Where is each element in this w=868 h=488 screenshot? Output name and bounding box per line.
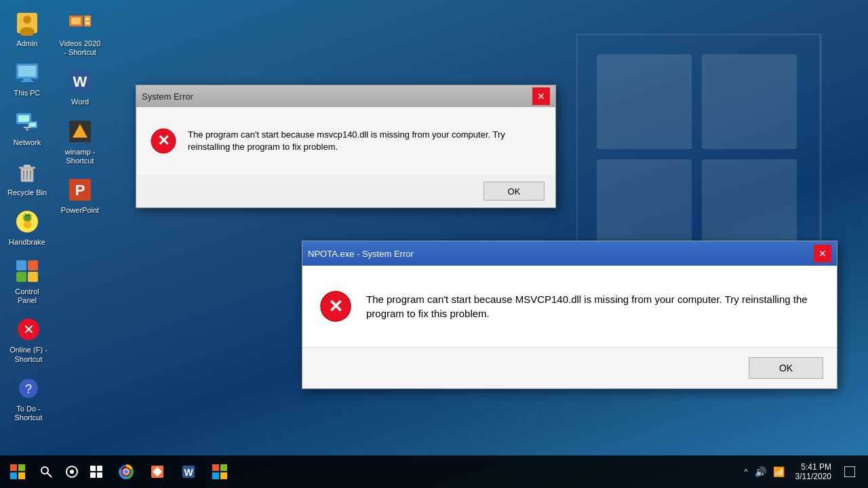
svg-text:🍍: 🍍 bbox=[19, 213, 36, 229]
svg-point-57 bbox=[70, 470, 74, 474]
desktop-icon-this-pc[interactable]: This PC bbox=[3, 55, 52, 102]
svg-rect-39 bbox=[85, 22, 90, 24]
cortana-button[interactable] bbox=[60, 460, 84, 484]
desktop-icon-powerpoint[interactable]: P PowerPoint bbox=[56, 172, 104, 219]
desktop-icon-todo[interactable]: ? To Do - Shortcut bbox=[4, 371, 53, 426]
svg-rect-3 bbox=[702, 159, 797, 254]
task-view-button[interactable] bbox=[84, 460, 108, 484]
taskbar-system-tray: ^ 🔊 📶 5:41 PM 3/11/2020 bbox=[736, 460, 865, 484]
dialog1-ok-button[interactable]: OK bbox=[484, 182, 545, 201]
taskbar-word-app[interactable]: W bbox=[174, 457, 203, 487]
videos-label: Videos 2020 - Shortcut bbox=[58, 39, 102, 57]
control-panel-icon bbox=[14, 258, 41, 285]
network-tray-icon[interactable]: 📶 bbox=[770, 466, 787, 477]
svg-rect-72 bbox=[212, 472, 219, 479]
desktop-icon-admin[interactable]: Admin bbox=[3, 5, 52, 52]
svg-rect-36 bbox=[71, 18, 81, 24]
taskbar-store[interactable] bbox=[205, 457, 235, 487]
svg-rect-70 bbox=[212, 464, 219, 471]
svg-rect-60 bbox=[90, 472, 96, 478]
show-hidden-icons[interactable]: ^ bbox=[741, 468, 750, 476]
desktop-icon-control-panel[interactable]: Control Panel bbox=[3, 253, 52, 309]
clock-time: 5:41 PM bbox=[795, 462, 831, 472]
dialog1-close-button[interactable]: ✕ bbox=[532, 87, 550, 105]
dialog2-titlebar[interactable]: NPOTA.exe - System Error ✕ bbox=[302, 241, 837, 266]
svg-rect-2 bbox=[597, 159, 692, 254]
notification-center-button[interactable] bbox=[840, 460, 860, 484]
dialog1-footer: OK bbox=[136, 175, 555, 207]
svg-rect-37 bbox=[84, 16, 91, 26]
desktop-icon-network[interactable]: Network bbox=[3, 104, 52, 151]
svg-text:?: ? bbox=[25, 382, 32, 396]
svg-rect-28 bbox=[28, 260, 38, 270]
winamp-label: winamp - Shortcut bbox=[58, 148, 102, 165]
desktop-icon-recycle-bin[interactable]: Recycle Bin bbox=[3, 155, 52, 201]
desktop-icon-word[interactable]: W Word bbox=[56, 64, 104, 110]
dialog1-title: System Error bbox=[142, 92, 532, 102]
svg-rect-29 bbox=[16, 272, 26, 282]
admin-icon bbox=[14, 9, 41, 37]
dialog1-content: ✕ The program can't start because msvcp1… bbox=[136, 107, 555, 175]
svg-rect-0 bbox=[597, 54, 692, 149]
svg-rect-18 bbox=[24, 127, 31, 128]
svg-rect-74 bbox=[844, 466, 855, 477]
svg-rect-10 bbox=[18, 66, 36, 77]
desktop-icon-winamp[interactable]: winamp - Shortcut bbox=[56, 114, 104, 169]
desktop-icon-online-f[interactable]: ✕ Online (F) - Shortcut bbox=[4, 312, 53, 367]
svg-rect-71 bbox=[220, 464, 227, 471]
svg-text:W: W bbox=[73, 73, 87, 90]
svg-rect-21 bbox=[24, 165, 31, 167]
word-icon: W bbox=[66, 68, 94, 95]
this-pc-icon bbox=[14, 59, 41, 86]
handbrake-icon: 🍍 bbox=[14, 208, 41, 235]
speaker-icon[interactable]: 🔊 bbox=[752, 466, 769, 477]
svg-point-65 bbox=[124, 470, 128, 474]
svg-rect-52 bbox=[10, 472, 17, 479]
svg-point-7 bbox=[23, 16, 31, 24]
svg-rect-1 bbox=[702, 54, 797, 149]
recycle-bin-label: Recycle Bin bbox=[7, 188, 47, 197]
svg-rect-58 bbox=[90, 466, 96, 471]
network-label: Network bbox=[14, 138, 41, 147]
dialog2-message: The program can't start because MSVCP140… bbox=[366, 292, 821, 321]
svg-rect-30 bbox=[28, 272, 38, 282]
taskbar-tag[interactable] bbox=[142, 457, 172, 487]
desktop: Admin This PC bbox=[0, 0, 868, 488]
system-error-dialog-1: System Error ✕ ✕ The program can't start… bbox=[136, 85, 556, 208]
svg-text:✕: ✕ bbox=[23, 322, 35, 337]
svg-rect-12 bbox=[21, 81, 33, 82]
svg-point-17 bbox=[26, 128, 28, 131]
online-f-label: Online (F) - Shortcut bbox=[7, 346, 50, 363]
svg-rect-50 bbox=[10, 464, 17, 471]
svg-rect-14 bbox=[18, 115, 29, 122]
admin-label: Admin bbox=[16, 39, 37, 48]
clock-date: 3/11/2020 bbox=[795, 472, 831, 481]
desktop-icon-videos[interactable]: Videos 2020 - Shortcut bbox=[56, 5, 104, 61]
dialog1-titlebar[interactable]: System Error ✕ bbox=[136, 85, 555, 107]
taskbar-chrome[interactable] bbox=[111, 457, 141, 487]
taskbar-clock[interactable]: 5:41 PM 3/11/2020 bbox=[790, 462, 837, 481]
svg-text:W: W bbox=[184, 467, 193, 478]
videos-icon bbox=[66, 9, 94, 37]
svg-text:✕: ✕ bbox=[328, 296, 343, 317]
dialog1-error-icon: ✕ bbox=[150, 127, 177, 155]
online-f-icon: ✕ bbox=[15, 316, 42, 343]
svg-rect-38 bbox=[85, 18, 90, 20]
dialog2-content: ✕ The program can't start because MSVCP1… bbox=[302, 266, 837, 347]
npota-system-error-dialog: NPOTA.exe - System Error ✕ ✕ The program… bbox=[302, 241, 837, 389]
system-tray-icons: ^ 🔊 📶 bbox=[741, 466, 787, 477]
desktop-icon-handbrake[interactable]: 🍍 Handbrake bbox=[3, 204, 52, 251]
powerpoint-label: PowerPoint bbox=[61, 206, 99, 215]
svg-rect-16 bbox=[29, 123, 36, 127]
taskbar-pinned-apps: W bbox=[111, 457, 733, 487]
taskbar-search-button[interactable] bbox=[34, 460, 58, 484]
this-pc-label: This PC bbox=[14, 89, 40, 98]
dialog2-close-button[interactable]: ✕ bbox=[814, 245, 831, 262]
start-button[interactable] bbox=[3, 457, 33, 487]
desktop-icons-container: Admin This PC bbox=[0, 0, 108, 455]
word-label: Word bbox=[71, 98, 89, 106]
svg-text:P: P bbox=[75, 182, 85, 199]
dialog2-ok-button[interactable]: OK bbox=[749, 357, 823, 379]
powerpoint-icon: P bbox=[66, 176, 94, 203]
dialog1-message: The program can't start because msvcp140… bbox=[188, 129, 542, 153]
